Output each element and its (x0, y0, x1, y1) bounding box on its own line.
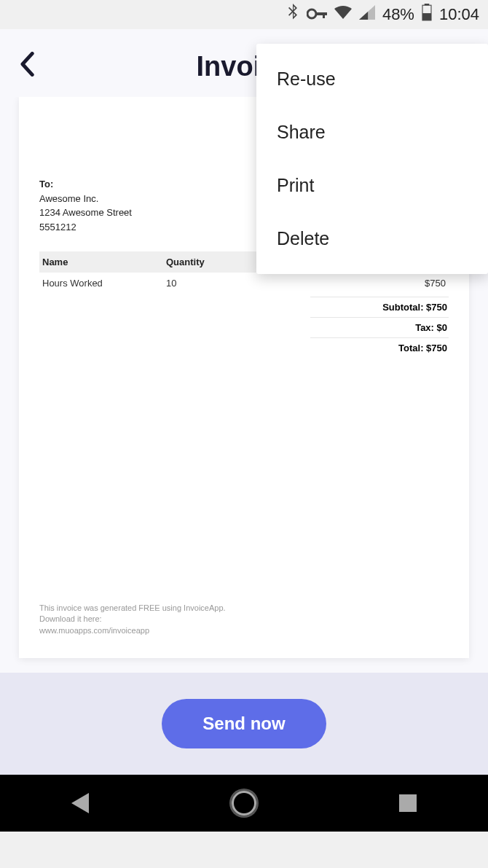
send-now-button[interactable]: Send now (162, 699, 326, 748)
col-qty: Quantity (166, 257, 261, 267)
menu-item-share[interactable]: Share (256, 106, 488, 159)
footer-line-3: www.muoapps.com/invoiceapp (39, 625, 449, 636)
col-name: Name (42, 257, 166, 267)
menu-item-reuse[interactable]: Re-use (256, 52, 488, 106)
table-row: Hours Worked 10 $750 (39, 273, 449, 294)
svg-rect-5 (422, 13, 431, 20)
svg-rect-1 (315, 12, 327, 15)
row-amount: $750 (261, 278, 446, 289)
total-line: Total: $750 (310, 337, 449, 358)
nav-recent-icon[interactable] (399, 794, 417, 812)
clock-time: 10:04 (439, 5, 479, 24)
nav-back-icon[interactable] (71, 793, 89, 813)
bottom-bar: Send now (0, 673, 488, 775)
signal-icon (359, 5, 375, 24)
options-menu: Re-use Share Print Delete (256, 44, 488, 274)
android-nav-bar (0, 775, 488, 832)
to-phone: 5551212 (39, 220, 229, 235)
bluetooth-icon (286, 4, 299, 26)
footer-note: This invoice was generated FREE using In… (39, 603, 449, 636)
nav-home-icon[interactable] (232, 791, 256, 816)
svg-point-0 (307, 9, 316, 18)
battery-percent: 48% (382, 5, 414, 24)
key-icon (307, 5, 327, 24)
to-block: To: Awesome Inc. 1234 Awesome Street 555… (39, 177, 229, 234)
row-qty: 10 (166, 278, 261, 289)
to-name: Awesome Inc. (39, 192, 229, 206)
back-icon[interactable] (19, 52, 35, 82)
battery-icon (422, 4, 432, 26)
footer-line-2: Download it here: (39, 614, 449, 625)
row-name: Hours Worked (42, 278, 166, 289)
tax-line: Tax: $0 (310, 317, 449, 337)
menu-item-delete[interactable]: Delete (256, 212, 488, 265)
footer-line-1: This invoice was generated FREE using In… (39, 603, 449, 614)
wifi-icon (334, 5, 352, 24)
status-bar: 48% 10:04 (0, 0, 488, 29)
to-label: To: (39, 177, 229, 192)
menu-item-print[interactable]: Print (256, 159, 488, 212)
subtotal-line: Subtotal: $750 (310, 297, 449, 317)
svg-rect-2 (323, 12, 325, 18)
to-address: 1234 Awesome Street (39, 206, 229, 220)
totals: Subtotal: $750 Tax: $0 Total: $750 (39, 297, 449, 358)
